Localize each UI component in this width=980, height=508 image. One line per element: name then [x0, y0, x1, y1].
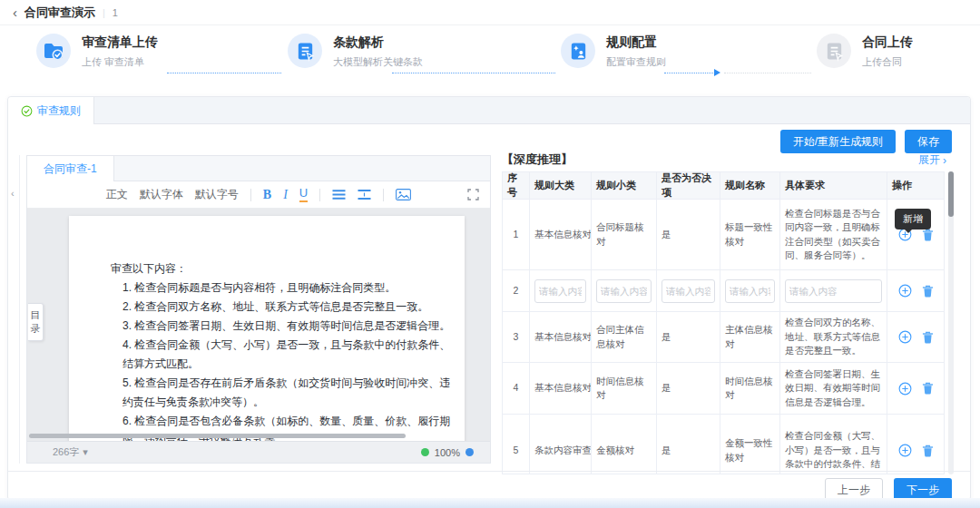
step-subtitle: 大模型解析关键条款	[333, 55, 423, 69]
folder-check-icon	[36, 34, 71, 68]
page-badge: 1	[113, 7, 118, 18]
cell-no: 3	[503, 312, 530, 363]
add-rule-icon[interactable]	[898, 330, 912, 344]
italic-icon[interactable]: I	[283, 188, 288, 202]
expand-link[interactable]: 展开 ›	[918, 152, 946, 168]
editor-canvas[interactable]: 审查以下内容： 1. 检查合同标题是否与内容相符，且明确标注合同类型。 2. 检…	[27, 209, 490, 441]
step-title: 条款解析	[333, 34, 423, 51]
step-connector	[392, 73, 555, 73]
document-page[interactable]: 审查以下内容： 1. 检查合同标题是否与内容相符，且明确标注合同类型。 2. 检…	[69, 216, 465, 441]
document-intro: 审查以下内容：	[111, 259, 456, 278]
cell-veto: 是	[657, 312, 720, 363]
delete-rule-icon[interactable]	[922, 331, 934, 344]
word-count[interactable]: 266字 ▾	[53, 445, 88, 459]
font-family-dropdown[interactable]: 默认字体	[140, 187, 183, 202]
back-icon[interactable]: ‹	[13, 5, 17, 19]
cell-veto: 是	[657, 200, 720, 270]
col-header-actions: 操作	[887, 172, 944, 200]
tab-contract-review-1[interactable]: 合同审查-1	[27, 156, 114, 181]
subcategory-input[interactable]	[596, 279, 652, 303]
table-scrollbar-track[interactable]	[948, 171, 954, 474]
document-rules-icon	[561, 34, 595, 68]
divider: |	[103, 7, 105, 18]
page-header: ‹ 合同审查演示 | 1	[0, 0, 980, 25]
expand-label: 展开	[918, 152, 940, 168]
deep-reasoning-title: 【深度推理】	[502, 151, 573, 168]
toc-tab[interactable]: 目录	[28, 303, 44, 341]
left-collapse-strip: ‹	[8, 155, 20, 464]
bold-icon[interactable]: B	[263, 188, 271, 202]
zoom-level: 100%	[435, 447, 460, 458]
underline-icon[interactable]: U	[299, 187, 308, 201]
step-subtitle: 上传合同	[862, 55, 913, 69]
requirement-input[interactable]	[785, 279, 882, 303]
table-row: 3 基本信息核对 合同主体信息核对 是 主体信息核对 检查合同双方的名称、地址、…	[503, 312, 944, 363]
font-size-dropdown[interactable]: 默认字号	[195, 187, 239, 202]
cell-subcategory: 合同标题核对	[592, 200, 657, 270]
col-header-category: 规则大类	[530, 172, 592, 200]
step-connector	[167, 73, 281, 73]
align-icon[interactable]	[332, 189, 346, 200]
zoom-in-icon[interactable]	[466, 448, 474, 456]
delete-rule-icon[interactable]	[922, 285, 934, 298]
step-subtitle: 配置审查规则	[606, 55, 666, 69]
cell-rule-name: 金额一致性核对	[720, 415, 780, 474]
cell-category: 基本信息核对	[530, 312, 592, 363]
tab-review-rules[interactable]: 审查规则	[8, 97, 94, 124]
step-title: 规则配置	[606, 34, 666, 51]
toolbar-divider	[383, 189, 384, 201]
page-title: 合同审查演示	[24, 5, 95, 21]
word-count-value: 266字	[53, 445, 79, 459]
cell-rule-name: 标题一致性核对	[720, 200, 780, 270]
col-header-veto: 是否为否决项	[657, 172, 720, 200]
step-title: 审查清单上传	[82, 34, 158, 51]
table-header-row: 序号 规则大类 规则小类 是否为否决项 规则名称 具体要求 操作	[503, 172, 944, 200]
step-title: 合同上传	[862, 34, 913, 51]
cell-rule-name: 主体信息核对	[720, 312, 780, 363]
add-rule-icon[interactable]	[898, 444, 912, 457]
step-upload-contract: 合同上传 上传合同	[817, 34, 913, 69]
contract-editor-panel: 合同审查-1 正文 默认字体 默认字号 B I U	[26, 155, 491, 464]
insert-image-icon[interactable]	[396, 189, 411, 200]
chevron-right-icon: ›	[943, 154, 946, 167]
stepper: 审查清单上传 上传 审查清单 条款解析 大模型解析关键条款	[0, 25, 980, 96]
step-clause-parse[interactable]: 条款解析 大模型解析关键条款	[288, 34, 423, 69]
add-rule-icon[interactable]	[898, 284, 912, 298]
fullscreen-icon[interactable]	[467, 189, 479, 200]
cell-requirement: 检查合同标题是否与合同内容一致，且明确标注合同类型（如买卖合同、服务合同等）。	[780, 200, 887, 270]
connector-arrow-icon	[714, 69, 720, 76]
cell-veto: 是	[657, 415, 720, 474]
delete-rule-icon[interactable]	[922, 444, 934, 457]
zoom-out-icon[interactable]	[421, 448, 429, 456]
cell-requirement: 检查合同双方的名称、地址、联系方式等信息是否完整且一致。	[780, 312, 887, 363]
col-header-requirement: 具体要求	[780, 172, 887, 200]
table-row: 5 条款内容审查 金额核对 是 金额一致性核对 检查合同金额（大写、小写）是否一…	[503, 415, 944, 474]
add-rule-icon[interactable]	[898, 382, 912, 396]
cell-rule-name: 时间信息核对	[720, 363, 780, 415]
document-line: 5. 检查合同是否存在前后矛盾条款（如交货时间与验收时间冲突、违约责任与免责条款…	[122, 374, 456, 412]
cell-requirement: 检查合同金额（大写、小写）是否一致，且与条款中的付款条件、结	[780, 415, 887, 474]
rule-name-input[interactable]	[725, 279, 775, 303]
save-button[interactable]: 保存	[905, 130, 952, 153]
collapse-left-icon[interactable]: ‹	[11, 188, 15, 199]
cell-no: 5	[503, 415, 530, 474]
horizontal-scrollbar[interactable]	[29, 434, 406, 438]
veto-input[interactable]	[662, 279, 715, 303]
tab-label: 审查规则	[37, 103, 81, 119]
toolbar-divider	[319, 189, 320, 201]
delete-rule-icon[interactable]	[922, 229, 934, 241]
editor-toolbar: 正文 默认字体 默认字号 B I U	[27, 181, 490, 209]
table-row-editable: 2	[503, 270, 944, 312]
step-subtitle: 上传 审查清单	[82, 55, 158, 69]
generate-rules-button[interactable]: 开始/重新生成规则	[780, 130, 896, 153]
table-scrollbar-thumb[interactable]	[948, 171, 954, 217]
table-row: 4 基本信息核对 时间信息核对 是 时间信息核对 检查合同签署日期、生效日期、有…	[503, 363, 944, 415]
delete-rule-icon[interactable]	[922, 382, 934, 395]
line-height-icon[interactable]	[358, 189, 371, 200]
table-row: 1 基本信息核对 合同标题核对 是 标题一致性核对 检查合同标题是否与合同内容一…	[503, 200, 944, 270]
paragraph-style-dropdown[interactable]: 正文	[106, 187, 128, 202]
step-rule-config[interactable]: 规则配置 配置审查规则	[561, 34, 666, 69]
category-input[interactable]	[534, 279, 586, 303]
cell-category: 基本信息核对	[530, 200, 592, 270]
step-upload-checklist[interactable]: 审查清单上传 上传 审查清单	[36, 34, 158, 69]
